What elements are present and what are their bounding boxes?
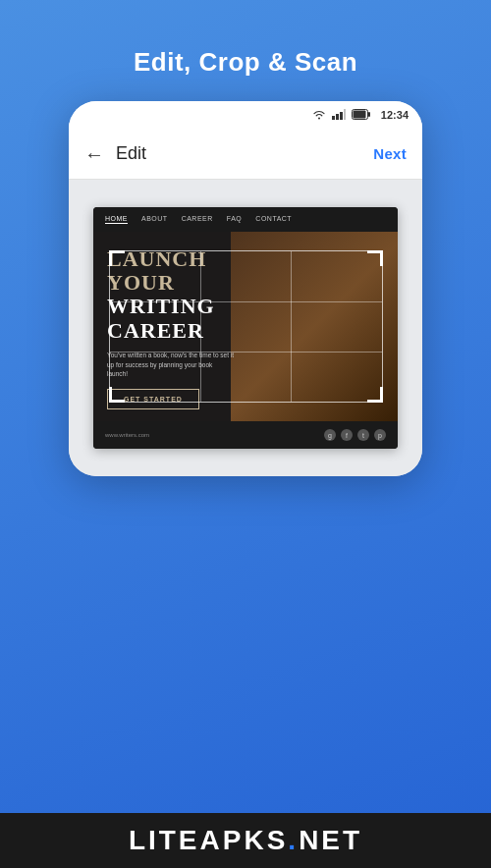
phone-frame: 12:34 ← Edit Next HOME ABOUT CAREER FAQ …	[69, 101, 422, 476]
footer-icon-google: g	[324, 429, 336, 441]
wifi-icon	[312, 109, 326, 122]
signal-icon	[332, 109, 346, 122]
headline-career: CAREER	[107, 319, 384, 343]
webpage-hero: LAUNCH YOUR WRITING CAREER You've writte…	[93, 232, 398, 421]
webpage-headline: LAUNCH YOUR WRITING CAREER You've writte…	[107, 247, 384, 409]
nav-item-faq: FAQ	[227, 215, 243, 224]
watermark-dot: .	[288, 825, 299, 855]
svg-rect-0	[332, 116, 335, 120]
webpage-preview: HOME ABOUT CAREER FAQ CONTACT	[93, 207, 398, 449]
nav-item-career: CAREER	[182, 215, 213, 224]
footer-icon-facebook: f	[341, 429, 353, 441]
svg-rect-6	[368, 112, 370, 117]
nav-item-about: ABOUT	[141, 215, 168, 224]
app-bar: ← Edit Next	[69, 129, 422, 180]
watermark-bar: LITEAPKS.NET	[0, 813, 491, 868]
headline-writing: WRITING	[107, 295, 384, 318]
nav-item-contact: CONTACT	[255, 215, 292, 224]
battery-icon	[352, 109, 371, 122]
content-area: HOME ABOUT CAREER FAQ CONTACT	[69, 180, 422, 476]
watermark-part2: NET	[299, 825, 362, 855]
watermark-text: LITEAPKS.NET	[129, 825, 362, 856]
svg-rect-3	[344, 109, 346, 120]
svg-rect-5	[353, 110, 365, 118]
headline-launch: LAUNCH	[107, 247, 384, 271]
nav-item-home: HOME	[105, 215, 128, 224]
webpage-nav: HOME ABOUT CAREER FAQ CONTACT	[93, 207, 398, 232]
svg-rect-2	[340, 112, 343, 120]
back-button[interactable]: ←	[84, 144, 104, 164]
page-title: Edit, Crop & Scan	[134, 47, 357, 78]
footer-social-icons: g f t p	[324, 429, 386, 441]
headline-your: YOUR	[107, 271, 384, 295]
webpage-footer: www.writers.com g f t p	[93, 421, 398, 449]
watermark-part1: LITEAPKS	[129, 825, 288, 855]
screen-title: Edit	[116, 143, 373, 164]
next-button[interactable]: Next	[373, 145, 407, 162]
webpage-cta: GET STARTED	[107, 389, 199, 409]
status-bar: 12:34	[69, 101, 422, 129]
footer-url: www.writers.com	[105, 432, 149, 438]
svg-rect-1	[336, 114, 339, 120]
footer-icon-twitter: t	[357, 429, 369, 441]
status-time: 12:34	[381, 109, 409, 121]
footer-icon-pinterest: p	[374, 429, 386, 441]
webpage-subtext: You've written a book, now's the time to…	[107, 351, 235, 379]
